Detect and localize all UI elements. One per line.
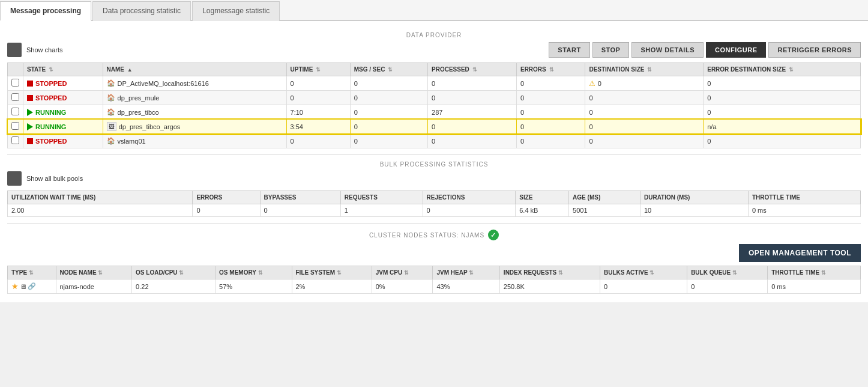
- table-cell-uptime: 0: [286, 76, 350, 91]
- sort-icon: ⇅: [732, 270, 737, 276]
- sort-state-icon: ⇅: [49, 67, 53, 73]
- cluster-col-header[interactable]: JVM HEAP ⇅: [433, 266, 499, 279]
- col-processed[interactable]: PROCESSED ⇅: [428, 63, 517, 76]
- bulk-cell: 5001: [569, 204, 640, 217]
- bulk-col-header: ERRORS: [193, 191, 260, 204]
- table-cell-dest-size: 0: [585, 134, 704, 148]
- table-cell-dest-size: 0: [585, 91, 704, 105]
- table-row: STOPPED: [23, 91, 103, 105]
- col-msg-sec[interactable]: MSG / SEC ⇅: [350, 63, 427, 76]
- sort-icon: ⇅: [179, 270, 184, 276]
- col-uptime[interactable]: UPTIME ⇅: [286, 63, 350, 76]
- cluster-table: TYPE ⇅NODE NAME ⇅OS LOAD/CPU ⇅OS MEMORY …: [7, 266, 861, 294]
- start-button[interactable]: START: [549, 42, 589, 58]
- sort-icon: ⇅: [821, 270, 826, 276]
- bulk-cell: 10: [640, 204, 748, 217]
- sort-icon: ⇅: [258, 270, 263, 276]
- cluster-cell: njams-node: [56, 279, 132, 294]
- table-cell-processed: 0: [428, 134, 517, 148]
- stopped-icon: [27, 95, 33, 101]
- table-cell-msg_sec: 0: [350, 91, 427, 105]
- table-cell-dest-size: ⚠ 0: [585, 76, 704, 91]
- bulk-cell: 1: [340, 204, 423, 217]
- cluster-col-header[interactable]: TYPE ⇅: [8, 266, 56, 279]
- open-management-tool-button[interactable]: OPEN MANAGEMENT TOOL: [739, 244, 861, 262]
- home-icon: 🏠: [107, 94, 115, 102]
- sort-uptime-icon: ⇅: [316, 67, 321, 73]
- data-provider-toolbar: Show charts START STOP SHOW DETAILS CONF…: [7, 42, 861, 58]
- bulk-cell: 0: [193, 204, 260, 217]
- pc-icon: 🖥: [20, 283, 26, 290]
- row-checkbox[interactable]: [11, 136, 19, 144]
- col-errors[interactable]: ERRORS ⇅: [516, 63, 585, 76]
- cluster-col-header[interactable]: FILE SYSTEM ⇅: [292, 266, 372, 279]
- table-cell-errors: 0: [516, 91, 585, 105]
- configure-button[interactable]: CONFIGURE: [706, 42, 767, 58]
- tab-message-processing[interactable]: Message processing: [0, 1, 91, 21]
- table-cell-err-dest-size: 0: [704, 105, 861, 120]
- sort-destsize-icon: ⇅: [647, 67, 652, 73]
- sort-errdestsize-icon: ⇅: [789, 67, 794, 73]
- cluster-col-header[interactable]: THROTTLE TIME ⇅: [768, 266, 861, 279]
- stopped-icon: [27, 81, 33, 87]
- cluster-col-header[interactable]: NODE NAME ⇅: [56, 266, 132, 279]
- home-icon: 🏠: [107, 79, 115, 87]
- cluster-col-header[interactable]: BULKS ACTIVE ⇅: [600, 266, 687, 279]
- sort-icon: ⇅: [558, 270, 563, 276]
- show-charts-label: Show charts: [26, 46, 63, 53]
- show-details-button[interactable]: SHOW DETAILS: [631, 42, 704, 58]
- stopped-icon: [27, 138, 33, 144]
- table-cell-err-dest-size: n/a: [704, 120, 861, 134]
- table-cell-processed: 287: [428, 105, 517, 120]
- stop-button[interactable]: STOP: [592, 42, 630, 58]
- table-cell-uptime: 0: [286, 134, 350, 148]
- sort-icon: ⇅: [469, 270, 474, 276]
- data-provider-label: DATA PROVIDER: [7, 32, 861, 38]
- table-cell-err-dest-size: 0: [704, 76, 861, 91]
- cluster-cell: 43%: [433, 279, 499, 294]
- col-state[interactable]: STATE ⇅: [23, 63, 103, 76]
- row-checkbox[interactable]: [11, 93, 19, 101]
- table-cell-dest-size: 0: [585, 120, 704, 134]
- divider-1: [7, 154, 861, 155]
- cluster-status-icon: ✓: [488, 230, 499, 240]
- cluster-col-header[interactable]: OS MEMORY ⇅: [215, 266, 292, 279]
- sort-icon: ⇅: [337, 270, 342, 276]
- show-all-bulk-label: Show all bulk pools: [26, 175, 83, 182]
- table-row: STOPPED: [23, 76, 103, 91]
- row-checkbox[interactable]: [11, 79, 19, 87]
- home-icon: 🏠: [107, 108, 115, 116]
- col-err-dest-size[interactable]: ERROR DESTINATION SIZE ⇅: [704, 63, 861, 76]
- tab-data-processing[interactable]: Data processing statistic: [92, 1, 191, 21]
- col-name[interactable]: NAME ▲: [103, 63, 286, 76]
- show-all-bulk-toggle[interactable]: [7, 171, 22, 186]
- sort-processed-icon: ⇅: [472, 67, 477, 73]
- cluster-col-header[interactable]: OS LOAD/CPU ⇅: [132, 266, 215, 279]
- tab-logmessage[interactable]: Logmessage statistic: [192, 1, 280, 21]
- table-cell-errors: 0: [516, 105, 585, 120]
- table-row: STOPPED: [23, 134, 103, 148]
- table-cell-processed: 0: [428, 120, 517, 134]
- table-cell-msg_sec: 0: [350, 120, 427, 134]
- table-cell-msg_sec: 0: [350, 134, 427, 148]
- cluster-type-cell: ★🖥🔗: [8, 279, 56, 294]
- row-checkbox[interactable]: [11, 108, 19, 115]
- col-dest-size[interactable]: DESTINATION SIZE ⇅: [585, 63, 704, 76]
- show-charts-toggle[interactable]: [7, 43, 22, 57]
- sort-icon: ⇅: [98, 270, 103, 276]
- cluster-col-header[interactable]: BULK QUEUE ⇅: [687, 266, 768, 279]
- cluster-cell: 0%: [372, 279, 433, 294]
- data-provider-table: STATE ⇅ NAME ▲ UPTIME ⇅ MSG / SEC ⇅ PROC…: [7, 62, 861, 148]
- row-checkbox[interactable]: [11, 122, 19, 130]
- table-row: RUNNING: [23, 105, 103, 120]
- cluster-cell: 0: [687, 279, 768, 294]
- retrigger-button[interactable]: RETRIGGER ERRORS: [768, 42, 861, 58]
- sort-errors-icon: ⇅: [549, 67, 554, 73]
- bulk-col-header: REQUESTS: [340, 191, 423, 204]
- warning-icon: ⚠: [589, 79, 597, 88]
- table-cell-processed: 0: [428, 76, 517, 91]
- cluster-col-header[interactable]: INDEX REQUESTS ⇅: [499, 266, 600, 279]
- link-icon: 🔗: [28, 282, 36, 290]
- cluster-col-header[interactable]: JVM CPU ⇅: [372, 266, 433, 279]
- cluster-cell: 2%: [292, 279, 372, 294]
